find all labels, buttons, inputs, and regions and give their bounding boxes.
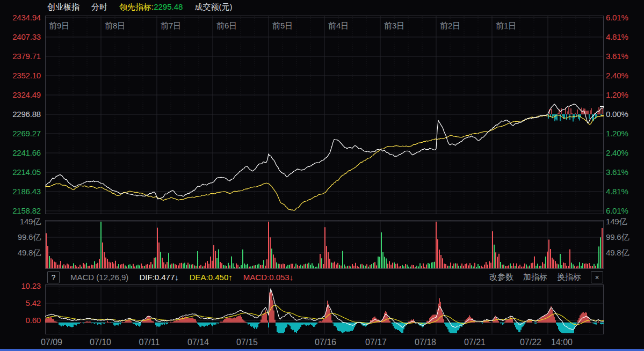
price-tick: 2241.66 <box>0 148 43 158</box>
pct-tick-zero: 0.00% <box>606 109 628 119</box>
macd-chart[interactable] <box>45 284 604 334</box>
macd-dif: DIF:0.477↓ <box>139 273 178 282</box>
macd-down-arrow: ↓ <box>290 273 294 282</box>
price-tick: 2434.94 <box>0 13 43 23</box>
macd-help-button[interactable]: ? <box>47 271 60 283</box>
time-tick: 14:00 <box>543 338 581 347</box>
pct-tick: 1.20% <box>606 129 628 138</box>
tab-minute-mode[interactable]: 分时 <box>91 2 107 12</box>
macd-value: MACD:0.053↓ <box>243 273 293 282</box>
macd-tick: 5.42 <box>0 298 43 308</box>
volume-tick: 49.8亿 <box>606 248 629 258</box>
pct-tick: 4.81% <box>606 32 628 42</box>
price-tick: 2352.10 <box>0 71 43 81</box>
price-tick: 2379.71 <box>0 52 43 61</box>
bottom-edge-bar <box>0 349 644 351</box>
date-tick: 07/14 <box>179 338 217 347</box>
date-tick: 07/11 <box>131 338 168 347</box>
price-tick: 2269.27 <box>0 129 43 138</box>
index-title: 创业板指 <box>47 2 79 12</box>
volume-chart[interactable] <box>45 220 604 269</box>
price-tick: 2158.82 <box>0 206 43 216</box>
price-tick: 2214.05 <box>0 167 43 177</box>
stock-chart-window: 创业板指 分时 领先指标:2295.48 成交额(元) 2434.94 2407… <box>0 0 644 351</box>
pct-tick: 4.81% <box>606 187 628 196</box>
date-axis: 07/09 07/10 07/11 07/14 07/15 07/16 07/1… <box>0 338 644 349</box>
volume-tick: 99.6亿 <box>0 232 43 242</box>
lead-indicator-label: 领先指标: <box>119 2 154 11</box>
price-tick: 2324.49 <box>0 90 43 100</box>
switch-indicator-button[interactable]: 换指标 <box>557 272 581 282</box>
price-tick: 2186.43 <box>0 187 43 196</box>
macd-actions: 改参数 加指标 换指标 × <box>489 271 603 283</box>
date-tick: 07/21 <box>456 338 494 347</box>
change-params-button[interactable]: 改参数 <box>489 272 513 282</box>
turnover-label: 成交额(元) <box>194 2 232 12</box>
close-icon[interactable]: × <box>591 271 603 283</box>
pct-tick: 2.40% <box>606 71 628 81</box>
volume-tick: 149亿 <box>606 217 627 226</box>
volume-tick: 49.8亿 <box>0 248 43 258</box>
dif-down-arrow: ↓ <box>175 273 179 282</box>
pct-tick: 6.01% <box>606 13 628 23</box>
macd-tick: 0.60 <box>0 316 43 325</box>
pct-tick: 2.40% <box>606 148 628 158</box>
date-tick: 07/15 <box>228 338 266 347</box>
add-indicator-button[interactable]: 加指标 <box>523 272 547 282</box>
pct-tick: 1.20% <box>606 90 628 100</box>
date-tick: 07/16 <box>307 338 344 347</box>
lead-indicator: 领先指标:2295.48 <box>119 2 183 12</box>
lead-indicator-value: 2295.48 <box>154 2 183 11</box>
date-tick: 07/10 <box>82 338 119 347</box>
macd-header: ? MACD (12,26,9) DIF:0.477↓ DEA:0.450↑ M… <box>47 271 293 283</box>
date-tick: 07/17 <box>357 338 395 347</box>
price-tick-close: 2296.88 <box>0 109 43 119</box>
pct-tick: 6.01% <box>606 206 628 216</box>
macd-dea: DEA:0.450↑ <box>190 273 233 282</box>
date-tick: 07/09 <box>33 338 70 347</box>
pct-tick: 3.61% <box>606 52 628 61</box>
volume-tick: 99.6亿 <box>606 232 629 242</box>
main-price-chart[interactable] <box>45 16 604 214</box>
macd-tick: 10.23 <box>0 281 43 291</box>
pct-tick: 3.61% <box>606 167 628 177</box>
macd-name[interactable]: MACD (12,26,9) <box>70 273 128 282</box>
volume-tick: 149亿 <box>0 217 43 226</box>
chart-header: 创业板指 分时 领先指标:2295.48 成交额(元) <box>47 2 232 12</box>
dea-up-arrow: ↑ <box>228 273 233 282</box>
price-tick: 2407.33 <box>0 32 43 42</box>
date-tick: 07/18 <box>407 338 444 347</box>
